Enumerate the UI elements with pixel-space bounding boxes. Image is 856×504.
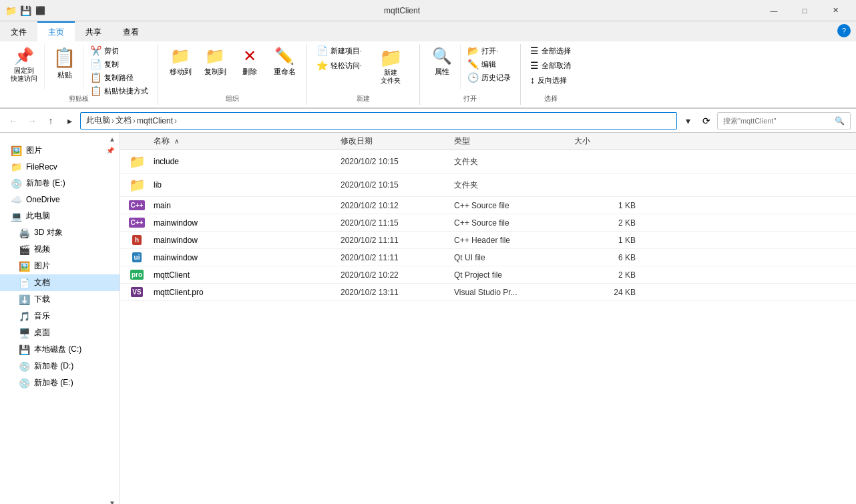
new-folder-label: 新建文件夹 — [381, 69, 401, 85]
file-date-cell: 2020/10/2 10:15 — [341, 180, 454, 190]
delete-button[interactable]: ✕ 删除 — [233, 44, 266, 89]
table-row[interactable]: ui mainwindow 2020/10/2 11:11 Qt UI file… — [120, 249, 856, 266]
sidebar-item-ddrive[interactable]: 💿 新加卷 (D:) — [0, 358, 120, 374]
sidebar-item-music[interactable]: 🎵 音乐 — [0, 308, 120, 324]
invert-selection-label: 反向选择 — [538, 75, 567, 85]
minimize-button[interactable]: — — [759, 0, 789, 21]
refresh-button[interactable]: ⟳ — [698, 113, 714, 129]
table-row[interactable]: pro mqttClient 2020/10/2 10:22 Qt Projec… — [120, 266, 856, 284]
sidebar-item-documents[interactable]: 📄 文档 — [0, 274, 120, 291]
col-size-header[interactable]: 大小 — [574, 136, 641, 147]
deselect-all-icon: ☰ — [530, 60, 539, 71]
sidebar-item-documents-label: 文档 — [34, 277, 50, 288]
maximize-button[interactable]: □ — [789, 0, 820, 21]
cut-button[interactable]: ✂️ 剪切 — [86, 44, 152, 57]
open-button[interactable]: 📂 打开· — [463, 44, 515, 57]
path-dropdown-button[interactable]: ▾ — [680, 113, 696, 129]
back-button[interactable]: ← — [5, 113, 21, 129]
pin-to-quick-access-button[interactable]: 📌 固定到快速访问 — [5, 44, 43, 89]
sidebar-item-ddrive-label: 新加卷 (D:) — [34, 360, 73, 372]
table-row[interactable]: VS mqttClient.pro 2020/10/2 13:11 Visual… — [120, 284, 856, 301]
col-type-header[interactable]: 类型 — [454, 136, 574, 147]
tab-home[interactable]: 主页 — [37, 21, 75, 41]
title-bar-icons: 📁 💾 ⬛ — [5, 5, 45, 16]
downloads-icon: ⬇️ — [19, 294, 30, 305]
sidebar-item-filerecv[interactable]: 📁 FileRecv — [0, 159, 120, 175]
file-icon-cell: VS — [120, 287, 154, 297]
paste-label: 粘贴 — [57, 70, 72, 80]
forward-button[interactable]: → — [24, 113, 40, 129]
paste-button[interactable]: 📋 粘贴 — [47, 44, 81, 75]
rename-button[interactable]: ✏️ 重命名 — [268, 44, 301, 89]
file-name-cell: include — [154, 157, 341, 166]
copy-to-button[interactable]: 📁 复制到 — [198, 44, 232, 89]
sidebar-item-3dobjects[interactable]: 🖨️ 3D 对象 — [0, 224, 120, 241]
open-group-label: 打开 — [463, 94, 477, 105]
up-button[interactable]: ↑ — [43, 113, 59, 129]
properties-button[interactable]: 🔍 属性 — [425, 44, 459, 89]
sidebar-item-downloads[interactable]: ⬇️ 下载 — [0, 291, 120, 308]
move-to-icon: 📁 — [170, 47, 190, 65]
sidebar-item-pictures-pinned[interactable]: 🖼️ 图片 📌 — [0, 142, 120, 159]
deselect-all-button[interactable]: ☰ 全部取消 — [526, 59, 575, 72]
paste-shortcut-button[interactable]: 📋 粘贴快捷方式 — [86, 84, 152, 97]
col-date-header[interactable]: 修改日期 — [341, 136, 454, 147]
search-input[interactable] — [723, 117, 832, 125]
sidebar-item-desktop[interactable]: 🖥️ 桌面 — [0, 324, 120, 341]
open-group-items: 🔍 属性 📂 打开· ✏️ 编辑 🕒 历史记录 — [425, 44, 515, 94]
tab-file[interactable]: 文件 — [0, 21, 37, 41]
select-all-label: 全部选择 — [542, 46, 571, 56]
music-icon: 🎵 — [19, 311, 30, 322]
undo-icon[interactable]: ⬛ — [35, 5, 45, 16]
invert-selection-icon: ↕️ — [530, 75, 535, 85]
pro-icon: pro — [130, 270, 144, 280]
copy-to-icon: 📁 — [205, 47, 225, 65]
new-item-button[interactable]: 📄 新建项目· — [312, 44, 366, 57]
edit-button[interactable]: ✏️ 编辑 — [463, 57, 515, 71]
file-type-cell: C++ Source file — [454, 201, 574, 210]
copy-button[interactable]: 📄 复制 — [86, 57, 152, 71]
paste-shortcut-label: 粘贴快捷方式 — [104, 86, 148, 96]
title-bar: 📁 💾 ⬛ mqttClient — □ ✕ — [0, 0, 856, 21]
expand-button[interactable]: ▸ — [61, 113, 77, 129]
help-button[interactable]: ? — [837, 24, 851, 37]
tab-share[interactable]: 共享 — [75, 21, 112, 41]
clipboard-group: 📌 固定到快速访问 📋 粘贴 ✂️ 剪切 📄 复 — [0, 44, 158, 105]
organize-group: 📁 移动到 📁 复制到 ✕ 删除 ✏️ 重命名 组织 — [158, 44, 307, 105]
history-icon: 🕒 — [467, 72, 479, 83]
col-name-header[interactable]: 名称 ∧ — [120, 136, 341, 147]
easy-access-label: 轻松访问· — [331, 61, 362, 71]
address-path[interactable]: 此电脑 › 文档 › mqttClient › — [80, 112, 677, 130]
move-to-button[interactable]: 📁 移动到 — [164, 44, 197, 89]
table-row[interactable]: C++ main 2020/10/2 10:12 C++ Source file… — [120, 197, 856, 214]
table-row[interactable]: C++ mainwindow 2020/10/2 11:15 C++ Sourc… — [120, 214, 856, 232]
sidebar-item-thispc[interactable]: 💻 此电脑 — [0, 208, 120, 224]
table-row[interactable]: 📁 include 2020/10/2 10:15 文件夹 — [120, 150, 856, 174]
sidebar-item-onedrive[interactable]: ☁️ OneDrive — [0, 192, 120, 208]
copy-path-button[interactable]: 📋 复制路径 — [86, 71, 152, 84]
open-label: 打开· — [481, 46, 498, 56]
sidebar-item-erive[interactable]: 💿 新加卷 (E:) — [0, 175, 120, 192]
sidebar-item-cdrive[interactable]: 💾 本地磁盘 (C:) — [0, 341, 120, 358]
easy-access-button[interactable]: ⭐ 轻松访问· — [312, 59, 366, 72]
sidebar-scroll-up[interactable]: ▲ — [108, 134, 117, 144]
select-all-button[interactable]: ☰ 全部选择 — [526, 44, 575, 57]
save-icon[interactable]: 💾 — [20, 5, 31, 16]
sidebar-item-pictures[interactable]: 🖼️ 图片 — [0, 258, 120, 274]
table-row[interactable]: h mainwindow 2020/10/2 11:11 C++ Header … — [120, 232, 856, 249]
tab-view[interactable]: 查看 — [112, 21, 150, 41]
invert-selection-button[interactable]: ↕️ 反向选择 — [526, 73, 575, 87]
table-row[interactable]: 📁 lib 2020/10/2 10:15 文件夹 — [120, 174, 856, 197]
copy-path-label: 复制路径 — [104, 73, 134, 83]
new-folder-button[interactable]: 📁 新建文件夹 — [367, 44, 414, 89]
file-icon-cell: C++ — [120, 200, 154, 210]
sidebar-scroll-down[interactable]: ▼ — [108, 498, 117, 504]
file-icon-cell: C++ — [120, 218, 154, 228]
close-button[interactable]: ✕ — [820, 0, 851, 21]
cut-icon: ✂️ — [90, 45, 101, 56]
sidebar-item-videos[interactable]: 🎬 视频 — [0, 241, 120, 258]
history-button[interactable]: 🕒 历史记录 — [463, 71, 515, 84]
sidebar-item-edrive2[interactable]: 💿 新加卷 (E:) — [0, 374, 120, 391]
file-icon-cell: 📁 — [120, 177, 154, 193]
quick-access-icon[interactable]: 📁 — [5, 5, 16, 16]
